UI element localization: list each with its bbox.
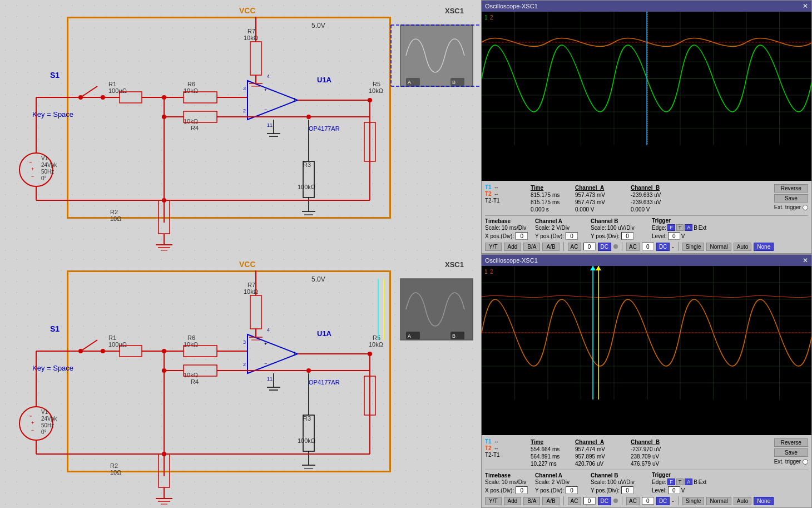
osc1-level-input[interactable]: [668, 232, 680, 240]
osc2-edge-a-btn[interactable]: A: [685, 479, 692, 485]
osc1-none-btn[interactable]: None: [754, 243, 774, 251]
svg-text:24Vpk: 24Vpk: [41, 416, 57, 422]
osc1-save-btn[interactable]: Save: [774, 194, 808, 203]
osc1-ba-btn[interactable]: B/A: [523, 243, 540, 251]
osc1-add-btn[interactable]: Add: [504, 243, 522, 251]
osc1-edge-t-btn[interactable]: T: [676, 224, 684, 231]
osc1-ext-trigger-radio[interactable]: [803, 205, 808, 210]
osc2-xpos-input[interactable]: [516, 486, 528, 494]
osc1-auto-btn[interactable]: Auto: [734, 243, 752, 251]
osc1-chA-label: Channel A: [535, 218, 585, 224]
osc2-normal-btn[interactable]: Normal: [706, 497, 731, 505]
osc2-xpos-label: X pos.(Div):: [485, 487, 514, 494]
svg-text:+: +: [31, 420, 34, 426]
svg-text:−: −: [264, 107, 267, 112]
svg-text:24Vpk: 24Vpk: [41, 162, 57, 168]
svg-text:U1A: U1A: [317, 76, 332, 84]
osc2-t2-chb: 238.709 uV: [628, 453, 684, 460]
osc1-edge-f-btn[interactable]: F: [667, 224, 675, 231]
osc1-dc-b-btn[interactable]: DC: [656, 243, 670, 251]
svg-text:~: ~: [29, 413, 32, 419]
osc2-dash: -: [672, 498, 674, 504]
osc2-close-btn[interactable]: ✕: [803, 257, 808, 264]
osc1-single-btn[interactable]: Single: [682, 243, 705, 251]
osc1-controls: T1 ↔ T2 ↔ T2-T1 Time Channel_A Channel_B: [482, 181, 811, 253]
svg-text:R4: R4: [191, 125, 199, 131]
osc2-cha-radio[interactable]: [613, 499, 618, 503]
osc1-close-btn[interactable]: ✕: [803, 2, 808, 10]
svg-text:+: +: [31, 166, 34, 172]
osc2-col-time-header: Time: [528, 438, 573, 446]
circuit-panel: VCC 5.0V XSC1 S1 Key = Space ~ + − V1 24…: [0, 0, 481, 508]
oscilloscope-1: Oscilloscope-XSC1 ✕: [481, 0, 812, 254]
osc2-dc-a-btn[interactable]: DC: [598, 497, 611, 505]
osc1-ypos-a-input[interactable]: [566, 232, 578, 240]
osc1-xpos-label: X pos.(Div):: [485, 233, 514, 239]
osc2-ypos-b-input[interactable]: [621, 486, 633, 494]
osc2-t2t1-cha: 420.706 uV: [573, 460, 628, 467]
svg-text:3: 3: [243, 86, 246, 91]
osc2-t2t1-chb: 476.679 uV: [628, 460, 684, 467]
osc2-add-btn[interactable]: Add: [504, 497, 522, 505]
svg-text:B: B: [452, 80, 455, 85]
osc2-ext-trigger-radio[interactable]: [803, 459, 808, 465]
osc1-ypos-b-input[interactable]: [621, 232, 633, 240]
osc1-dc-a-btn[interactable]: DC: [598, 243, 611, 251]
svg-text:1: 1: [293, 351, 296, 356]
svg-text:3: 3: [243, 339, 246, 345]
osc1-chA-scale-label: Scale:: [535, 225, 551, 231]
osc1-t2-chb: -239.633 uV: [628, 199, 684, 206]
osc2-edge-t-btn[interactable]: T: [676, 479, 684, 485]
osc2-ypos-a-input[interactable]: [566, 486, 578, 494]
osc1-normal-btn[interactable]: Normal: [706, 243, 731, 251]
osc1-level-label: Level:: [652, 233, 667, 239]
osc2-ac-b-btn[interactable]: AC: [626, 497, 640, 505]
osc1-reverse-btn[interactable]: Reverse: [774, 184, 808, 193]
svg-text:XSC1: XSC1: [445, 260, 464, 269]
osc2-save-btn[interactable]: Save: [774, 448, 808, 457]
osc2-reverse-btn[interactable]: Reverse: [774, 438, 808, 447]
osc1-yt-btn[interactable]: Y/T: [485, 243, 502, 251]
osc2-ac-a-val[interactable]: [583, 497, 596, 505]
osc1-ac-a-val[interactable]: [583, 243, 596, 250]
osc2-none-btn[interactable]: None: [754, 497, 774, 505]
osc2-edge-ext-label: Ext: [699, 479, 706, 485]
osc1-cha-radio[interactable]: [613, 244, 618, 249]
svg-text:10kΩ: 10kΩ: [184, 341, 198, 348]
oscilloscope-panel: Oscilloscope-XSC1 ✕: [481, 0, 812, 508]
osc2-chA-scale-val: 2 V/Div: [552, 479, 570, 485]
osc2-ac-b-val[interactable]: [642, 497, 654, 505]
svg-text:4: 4: [267, 73, 270, 79]
osc2-auto-btn[interactable]: Auto: [734, 497, 752, 505]
osc1-ac-a-btn[interactable]: AC: [568, 243, 581, 251]
osc1-trigger-label: Trigger: [652, 218, 706, 224]
osc2-chB-scale-val: 100 uV/Div: [607, 479, 635, 485]
osc2-ac-a-btn[interactable]: AC: [568, 497, 581, 505]
osc1-ac-b-btn[interactable]: AC: [626, 243, 640, 251]
osc2-t1-chb: -237.970 uV: [628, 446, 684, 453]
osc1-trigger-edge-label: Edge:: [652, 225, 666, 231]
osc2-level-input[interactable]: [668, 486, 680, 494]
osc2-single-btn[interactable]: Single: [682, 497, 705, 505]
osc1-tb-scale-label: Scale:: [485, 225, 501, 231]
osc1-ac-b-val[interactable]: [642, 243, 654, 250]
svg-rect-94: [400, 25, 473, 86]
osc2-edge-f-btn[interactable]: F: [667, 479, 675, 485]
osc1-xpos-input[interactable]: [516, 232, 528, 240]
osc1-t2-label: T2: [485, 191, 492, 197]
osc2-yt-btn[interactable]: Y/T: [485, 497, 502, 505]
osc1-t1-arrows: ↔: [494, 185, 499, 190]
osc1-t2t1-label: T2-T1: [485, 198, 500, 204]
osc1-ext-trigger-label: Ext. trigger: [774, 204, 801, 210]
osc2-dc-b-btn[interactable]: DC: [656, 497, 670, 505]
osc2-ba-btn[interactable]: B/A: [523, 497, 540, 505]
osc1-col-time-header: Time: [528, 184, 573, 191]
osc1-t2-time: 815.175 ms: [528, 199, 573, 206]
osc1-chB-scale-label: Scale:: [591, 225, 606, 231]
osc2-chB-label: Channel B: [591, 472, 646, 479]
osc2-ab-btn[interactable]: A/B: [542, 497, 559, 505]
osc1-ab-btn[interactable]: A/B: [542, 243, 559, 251]
svg-text:XSC1: XSC1: [445, 7, 464, 15]
svg-text:~: ~: [29, 160, 32, 165]
osc1-edge-a-btn[interactable]: A: [685, 224, 692, 231]
